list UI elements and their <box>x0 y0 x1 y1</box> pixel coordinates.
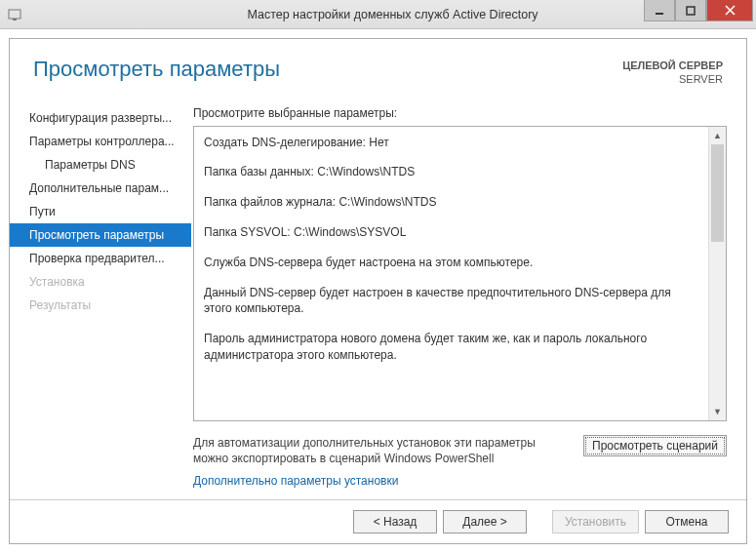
review-line: Папка SYSVOL: C:\Windows\SYSVOL <box>204 224 698 241</box>
footer-buttons: < Назад Далее > Установить Отмена <box>10 499 746 543</box>
review-line: Пароль администратора нового домена буде… <box>204 331 698 364</box>
scrollbar[interactable]: ▲ ▼ <box>708 127 726 420</box>
main-panel: Просмотрите выбранные параметры: Создать… <box>191 95 746 499</box>
review-box: Создать DNS-делегирование: НетПапка базы… <box>193 126 727 421</box>
scroll-up-button[interactable]: ▲ <box>709 127 726 144</box>
install-button: Установить <box>552 510 639 533</box>
wizard-step-5[interactable]: Просмотреть параметры <box>10 223 191 247</box>
review-prompt: Просмотрите выбранные параметры: <box>193 106 727 120</box>
review-line: Служба DNS-сервера будет настроена на эт… <box>204 255 698 271</box>
review-line: Папка базы данных: C:\Windows\NTDS <box>204 164 698 180</box>
minimize-button[interactable] <box>644 0 675 21</box>
target-value: SERVER <box>622 72 723 86</box>
maximize-button[interactable] <box>675 0 706 21</box>
close-button[interactable] <box>706 0 753 21</box>
scroll-track[interactable] <box>709 144 726 403</box>
svg-rect-1 <box>13 19 17 20</box>
target-server-block: ЦЕЛЕВОЙ СЕРВЕР SERVER <box>622 57 723 87</box>
target-label: ЦЕЛЕВОЙ СЕРВЕР <box>622 59 723 72</box>
review-content: Создать DNS-делегирование: НетПапка базы… <box>194 127 708 420</box>
client-area: Просмотреть параметры ЦЕЛЕВОЙ СЕРВЕР SER… <box>0 29 756 553</box>
wizard-step-0[interactable]: Конфигурация разверты... <box>10 106 191 130</box>
app-icon <box>0 8 29 21</box>
wizard-frame: Просмотреть параметры ЦЕЛЕВОЙ СЕРВЕР SER… <box>9 38 747 544</box>
wizard-step-2[interactable]: Параметры DNS <box>10 153 191 177</box>
button-gap <box>533 510 546 533</box>
review-line: Папка файлов журнала: C:\Windows\NTDS <box>204 194 698 211</box>
cancel-button[interactable]: Отмена <box>645 510 729 533</box>
wizard-steps-sidebar: Конфигурация разверты...Параметры контро… <box>10 95 191 499</box>
svg-rect-3 <box>687 7 695 15</box>
export-hint-row: Для автоматизации дополнительных установ… <box>193 421 727 472</box>
export-hint-text: Для автоматизации дополнительных установ… <box>193 435 572 466</box>
view-script-button[interactable]: Просмотреть сценарий <box>583 435 727 456</box>
window-controls <box>644 0 753 21</box>
wizard-step-4[interactable]: Пути <box>10 200 191 223</box>
back-button[interactable]: < Назад <box>353 510 437 533</box>
titlebar: Мастер настройки доменных служб Active D… <box>0 0 756 29</box>
wizard-step-6[interactable]: Проверка предварител... <box>10 247 191 270</box>
wizard-step-8: Результаты <box>10 294 191 317</box>
page-header: Просмотреть параметры ЦЕЛЕВОЙ СЕРВЕР SER… <box>10 39 746 95</box>
review-line: Создать DNS-делегирование: Нет <box>204 135 698 151</box>
wizard-body: Конфигурация разверты...Параметры контро… <box>10 95 746 499</box>
wizard-window: Мастер настройки доменных служб Active D… <box>0 0 756 553</box>
scroll-down-button[interactable]: ▼ <box>709 403 726 420</box>
advanced-options-link[interactable]: Дополнительно параметры установки <box>193 472 727 495</box>
wizard-step-7: Установка <box>10 270 191 294</box>
review-line: Данный DNS-сервер будет настроен в качес… <box>204 285 698 318</box>
wizard-step-1[interactable]: Параметры контроллера... <box>10 130 191 153</box>
wizard-step-3[interactable]: Дополнительные парам... <box>10 177 191 200</box>
scroll-thumb[interactable] <box>711 144 724 242</box>
next-button[interactable]: Далее > <box>443 510 527 533</box>
page-title: Просмотреть параметры <box>33 57 622 82</box>
svg-rect-0 <box>9 10 20 19</box>
